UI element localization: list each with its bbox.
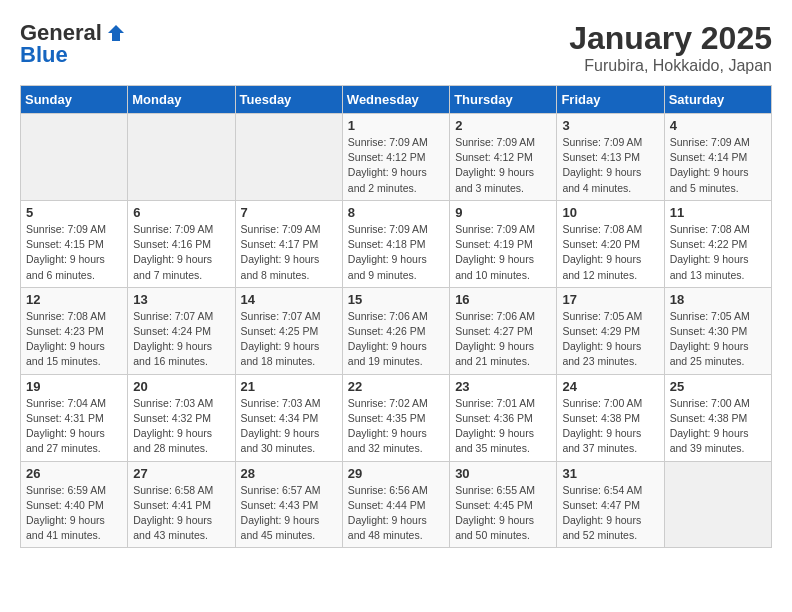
- calendar-day-cell: 25Sunrise: 7:00 AM Sunset: 4:38 PM Dayli…: [664, 374, 771, 461]
- calendar-day-cell: 18Sunrise: 7:05 AM Sunset: 4:30 PM Dayli…: [664, 287, 771, 374]
- day-of-week-header: Friday: [557, 86, 664, 114]
- calendar-day-cell: 13Sunrise: 7:07 AM Sunset: 4:24 PM Dayli…: [128, 287, 235, 374]
- calendar-day-cell: 19Sunrise: 7:04 AM Sunset: 4:31 PM Dayli…: [21, 374, 128, 461]
- day-info: Sunrise: 7:07 AM Sunset: 4:25 PM Dayligh…: [241, 309, 337, 370]
- day-number: 14: [241, 292, 337, 307]
- day-number: 29: [348, 466, 444, 481]
- day-info: Sunrise: 7:03 AM Sunset: 4:32 PM Dayligh…: [133, 396, 229, 457]
- day-info: Sunrise: 6:57 AM Sunset: 4:43 PM Dayligh…: [241, 483, 337, 544]
- day-of-week-header: Monday: [128, 86, 235, 114]
- day-number: 15: [348, 292, 444, 307]
- logo-blue: Blue: [20, 42, 68, 68]
- page-header: General Blue January 2025 Furubira, Hokk…: [20, 20, 772, 75]
- day-info: Sunrise: 7:09 AM Sunset: 4:18 PM Dayligh…: [348, 222, 444, 283]
- calendar-day-cell: 6Sunrise: 7:09 AM Sunset: 4:16 PM Daylig…: [128, 200, 235, 287]
- calendar-day-cell: 3Sunrise: 7:09 AM Sunset: 4:13 PM Daylig…: [557, 114, 664, 201]
- calendar-day-cell: [21, 114, 128, 201]
- day-number: 24: [562, 379, 658, 394]
- day-info: Sunrise: 7:09 AM Sunset: 4:14 PM Dayligh…: [670, 135, 766, 196]
- calendar-day-cell: 22Sunrise: 7:02 AM Sunset: 4:35 PM Dayli…: [342, 374, 449, 461]
- calendar-day-cell: 31Sunrise: 6:54 AM Sunset: 4:47 PM Dayli…: [557, 461, 664, 548]
- day-info: Sunrise: 6:56 AM Sunset: 4:44 PM Dayligh…: [348, 483, 444, 544]
- day-info: Sunrise: 6:59 AM Sunset: 4:40 PM Dayligh…: [26, 483, 122, 544]
- day-info: Sunrise: 7:00 AM Sunset: 4:38 PM Dayligh…: [562, 396, 658, 457]
- calendar-week-row: 5Sunrise: 7:09 AM Sunset: 4:15 PM Daylig…: [21, 200, 772, 287]
- calendar-day-cell: 24Sunrise: 7:00 AM Sunset: 4:38 PM Dayli…: [557, 374, 664, 461]
- calendar-day-cell: 14Sunrise: 7:07 AM Sunset: 4:25 PM Dayli…: [235, 287, 342, 374]
- day-number: 19: [26, 379, 122, 394]
- calendar-week-row: 26Sunrise: 6:59 AM Sunset: 4:40 PM Dayli…: [21, 461, 772, 548]
- day-number: 20: [133, 379, 229, 394]
- day-info: Sunrise: 7:09 AM Sunset: 4:16 PM Dayligh…: [133, 222, 229, 283]
- day-number: 12: [26, 292, 122, 307]
- logo: General Blue: [20, 20, 126, 68]
- day-number: 25: [670, 379, 766, 394]
- day-number: 10: [562, 205, 658, 220]
- calendar-day-cell: 29Sunrise: 6:56 AM Sunset: 4:44 PM Dayli…: [342, 461, 449, 548]
- calendar-day-cell: 4Sunrise: 7:09 AM Sunset: 4:14 PM Daylig…: [664, 114, 771, 201]
- day-info: Sunrise: 7:00 AM Sunset: 4:38 PM Dayligh…: [670, 396, 766, 457]
- day-info: Sunrise: 7:09 AM Sunset: 4:19 PM Dayligh…: [455, 222, 551, 283]
- day-info: Sunrise: 7:04 AM Sunset: 4:31 PM Dayligh…: [26, 396, 122, 457]
- day-info: Sunrise: 7:01 AM Sunset: 4:36 PM Dayligh…: [455, 396, 551, 457]
- day-number: 16: [455, 292, 551, 307]
- day-info: Sunrise: 7:08 AM Sunset: 4:22 PM Dayligh…: [670, 222, 766, 283]
- calendar-subtitle: Furubira, Hokkaido, Japan: [569, 57, 772, 75]
- day-info: Sunrise: 7:06 AM Sunset: 4:27 PM Dayligh…: [455, 309, 551, 370]
- calendar-day-cell: 21Sunrise: 7:03 AM Sunset: 4:34 PM Dayli…: [235, 374, 342, 461]
- day-number: 5: [26, 205, 122, 220]
- day-info: Sunrise: 6:55 AM Sunset: 4:45 PM Dayligh…: [455, 483, 551, 544]
- day-number: 30: [455, 466, 551, 481]
- day-info: Sunrise: 7:03 AM Sunset: 4:34 PM Dayligh…: [241, 396, 337, 457]
- day-of-week-header: Saturday: [664, 86, 771, 114]
- day-info: Sunrise: 6:54 AM Sunset: 4:47 PM Dayligh…: [562, 483, 658, 544]
- calendar-day-cell: [664, 461, 771, 548]
- calendar-day-cell: 9Sunrise: 7:09 AM Sunset: 4:19 PM Daylig…: [450, 200, 557, 287]
- day-number: 17: [562, 292, 658, 307]
- day-info: Sunrise: 7:08 AM Sunset: 4:23 PM Dayligh…: [26, 309, 122, 370]
- day-number: 23: [455, 379, 551, 394]
- day-number: 3: [562, 118, 658, 133]
- calendar-day-cell: 23Sunrise: 7:01 AM Sunset: 4:36 PM Dayli…: [450, 374, 557, 461]
- calendar-day-cell: 7Sunrise: 7:09 AM Sunset: 4:17 PM Daylig…: [235, 200, 342, 287]
- calendar-day-cell: 5Sunrise: 7:09 AM Sunset: 4:15 PM Daylig…: [21, 200, 128, 287]
- calendar-day-cell: 10Sunrise: 7:08 AM Sunset: 4:20 PM Dayli…: [557, 200, 664, 287]
- day-info: Sunrise: 7:09 AM Sunset: 4:17 PM Dayligh…: [241, 222, 337, 283]
- calendar-day-cell: 1Sunrise: 7:09 AM Sunset: 4:12 PM Daylig…: [342, 114, 449, 201]
- day-number: 4: [670, 118, 766, 133]
- day-number: 8: [348, 205, 444, 220]
- calendar-day-cell: 27Sunrise: 6:58 AM Sunset: 4:41 PM Dayli…: [128, 461, 235, 548]
- day-number: 7: [241, 205, 337, 220]
- svg-marker-0: [108, 25, 124, 41]
- day-number: 1: [348, 118, 444, 133]
- calendar-day-cell: 20Sunrise: 7:03 AM Sunset: 4:32 PM Dayli…: [128, 374, 235, 461]
- logo-icon: [106, 23, 126, 43]
- day-info: Sunrise: 7:05 AM Sunset: 4:29 PM Dayligh…: [562, 309, 658, 370]
- calendar-week-row: 1Sunrise: 7:09 AM Sunset: 4:12 PM Daylig…: [21, 114, 772, 201]
- calendar-day-cell: 2Sunrise: 7:09 AM Sunset: 4:12 PM Daylig…: [450, 114, 557, 201]
- calendar-week-row: 19Sunrise: 7:04 AM Sunset: 4:31 PM Dayli…: [21, 374, 772, 461]
- day-info: Sunrise: 7:07 AM Sunset: 4:24 PM Dayligh…: [133, 309, 229, 370]
- calendar-day-cell: [128, 114, 235, 201]
- day-number: 9: [455, 205, 551, 220]
- day-info: Sunrise: 7:05 AM Sunset: 4:30 PM Dayligh…: [670, 309, 766, 370]
- calendar-title: January 2025: [569, 20, 772, 57]
- day-number: 21: [241, 379, 337, 394]
- title-block: January 2025 Furubira, Hokkaido, Japan: [569, 20, 772, 75]
- day-info: Sunrise: 7:02 AM Sunset: 4:35 PM Dayligh…: [348, 396, 444, 457]
- day-info: Sunrise: 7:08 AM Sunset: 4:20 PM Dayligh…: [562, 222, 658, 283]
- calendar-day-cell: 12Sunrise: 7:08 AM Sunset: 4:23 PM Dayli…: [21, 287, 128, 374]
- calendar-day-cell: 16Sunrise: 7:06 AM Sunset: 4:27 PM Dayli…: [450, 287, 557, 374]
- day-of-week-header: Tuesday: [235, 86, 342, 114]
- calendar-day-cell: 8Sunrise: 7:09 AM Sunset: 4:18 PM Daylig…: [342, 200, 449, 287]
- calendar-day-cell: 30Sunrise: 6:55 AM Sunset: 4:45 PM Dayli…: [450, 461, 557, 548]
- day-number: 18: [670, 292, 766, 307]
- day-info: Sunrise: 7:06 AM Sunset: 4:26 PM Dayligh…: [348, 309, 444, 370]
- day-number: 13: [133, 292, 229, 307]
- calendar-day-cell: 15Sunrise: 7:06 AM Sunset: 4:26 PM Dayli…: [342, 287, 449, 374]
- calendar-day-cell: 28Sunrise: 6:57 AM Sunset: 4:43 PM Dayli…: [235, 461, 342, 548]
- day-number: 28: [241, 466, 337, 481]
- day-number: 6: [133, 205, 229, 220]
- day-info: Sunrise: 7:09 AM Sunset: 4:15 PM Dayligh…: [26, 222, 122, 283]
- day-info: Sunrise: 7:09 AM Sunset: 4:12 PM Dayligh…: [348, 135, 444, 196]
